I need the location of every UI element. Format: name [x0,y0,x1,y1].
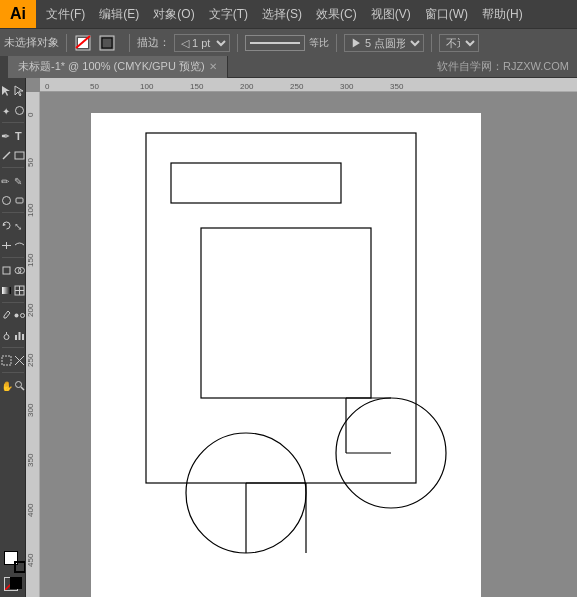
tab-spacer [0,56,8,78]
stroke-color-box[interactable] [98,34,122,52]
eraser-tool[interactable] [13,190,26,210]
svg-rect-34 [2,356,11,365]
tool-row-6 [0,190,26,210]
pen-tool[interactable]: ✒ [0,125,13,145]
stroke-width-select[interactable]: ◁ 1 pt [174,34,230,52]
svg-text:✏: ✏ [1,176,10,186]
svg-text:400: 400 [26,503,35,517]
hand-tool[interactable]: ✋ [0,375,13,395]
paintbrush-tool[interactable]: ✏ [0,170,13,190]
menu-edit[interactable]: 编辑(E) [93,4,145,25]
lasso-tool[interactable] [13,100,26,120]
blob-brush-tool[interactable] [0,190,13,210]
shape-builder-tool[interactable] [13,260,26,280]
menu-select[interactable]: 选择(S) [256,4,308,25]
menu-text[interactable]: 文字(T) [203,4,254,25]
stroke-width-label: 描边： [137,35,170,50]
mesh-tool[interactable] [13,280,26,300]
svg-text:200: 200 [26,303,35,317]
blend-tool[interactable] [13,305,26,325]
tool-row-1 [0,80,26,100]
menu-items: 文件(F) 编辑(E) 对象(O) 文字(T) 选择(S) 效果(C) 视图(V… [36,4,533,25]
free-transform-tool[interactable] [0,260,13,280]
watermark: 软件自学网：RJZXW.COM [437,59,577,74]
svg-marker-5 [2,86,10,96]
svg-text:150: 150 [26,253,35,267]
stroke-swatch[interactable] [14,561,26,573]
tool-row-2: ✦ [0,100,26,120]
line-tool[interactable] [0,145,13,165]
magic-wand-tool[interactable]: ✦ [0,100,13,120]
svg-text:300: 300 [340,82,354,91]
tool-row-4 [0,145,26,165]
brush-select[interactable]: ▶ 5 点圆形 [344,34,424,52]
svg-text:✒: ✒ [1,130,10,141]
tool-row-9 [0,260,26,280]
rotate-tool[interactable] [0,215,13,235]
menu-object[interactable]: 对象(O) [147,4,200,25]
stroke-style[interactable] [245,35,305,51]
symbol-sprayer-tool[interactable] [0,325,13,345]
svg-rect-60 [171,163,341,203]
ai-logo: Ai [0,0,36,28]
svg-rect-21 [3,267,10,274]
svg-text:300: 300 [26,403,35,417]
svg-rect-24 [2,287,11,294]
svg-line-37 [21,387,24,390]
fill-color[interactable] [74,34,94,52]
menu-help[interactable]: 帮助(H) [476,4,529,25]
toolbar-sep-1 [66,34,67,52]
svg-rect-33 [22,334,24,340]
tool-row-12 [0,325,26,345]
svg-text:✋: ✋ [1,380,12,391]
svg-text:100: 100 [26,203,35,217]
svg-rect-16 [16,198,23,203]
selection-tool[interactable] [0,80,13,100]
slice-tool[interactable] [13,350,26,370]
svg-text:✦: ✦ [2,106,10,116]
tab-close-button[interactable]: ✕ [209,61,217,72]
tab-title: 未标题-1* @ 100% (CMYK/GPU 预览) [18,59,205,74]
tool-sep-5 [2,302,24,303]
svg-rect-12 [15,152,24,159]
tool-row-5: ✏ ✎ [0,170,26,190]
none-icon-area [4,577,22,591]
zoom-tool[interactable] [13,375,26,395]
svg-text:250: 250 [26,353,35,367]
tool-sep-7 [2,372,24,373]
color-icon[interactable] [10,577,22,589]
menu-file[interactable]: 文件(F) [40,4,91,25]
menu-window[interactable]: 窗口(W) [419,4,474,25]
document-tab[interactable]: 未标题-1* @ 100% (CMYK/GPU 预览) ✕ [8,56,228,78]
music-note-drawing [91,113,481,597]
menu-view[interactable]: 视图(V) [365,4,417,25]
warp-tool[interactable] [13,235,26,255]
svg-point-28 [14,313,18,317]
eyedropper-tool[interactable] [0,305,13,325]
width-tool[interactable] [0,235,13,255]
svg-text:350: 350 [390,82,404,91]
artboard-tool[interactable] [0,350,13,370]
type-tool[interactable]: T [13,125,26,145]
scale-tool[interactable]: ⤡ [13,215,26,235]
svg-rect-59 [146,133,416,483]
svg-point-30 [4,334,9,339]
rectangle-tool[interactable] [13,145,26,165]
svg-point-29 [20,313,24,317]
menu-effect[interactable]: 效果(C) [310,4,363,25]
direct-selection-tool[interactable] [13,80,26,100]
equals-ratio: 等比 [309,36,329,50]
toolbar-sep-5 [431,34,432,52]
opacity-select[interactable]: 不透 [439,34,479,52]
column-graph-tool[interactable] [13,325,26,345]
svg-text:100: 100 [140,82,154,91]
tool-row-3: ✒ T [0,125,26,145]
pencil-tool[interactable]: ✎ [13,170,26,190]
tool-row-14: ✋ [0,375,26,395]
svg-text:250: 250 [290,82,304,91]
toolbar-sep-2 [129,34,130,52]
gradient-tool[interactable] [0,280,13,300]
svg-rect-4 [102,38,112,48]
svg-text:✎: ✎ [14,176,22,186]
tool-row-13 [0,350,26,370]
